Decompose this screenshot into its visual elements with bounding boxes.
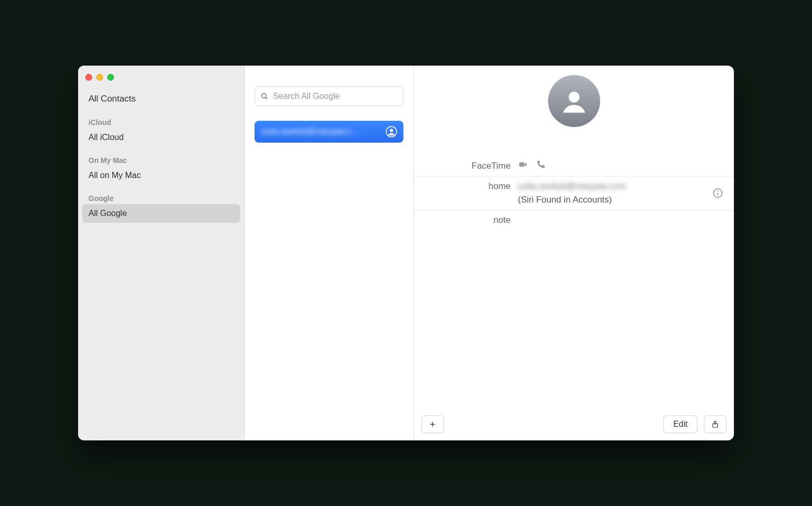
contacts-window: All Contacts iCloud All iCloud On My Mac…: [78, 66, 734, 440]
svg-line-1: [266, 97, 268, 99]
search-field[interactable]: [255, 86, 403, 106]
person-icon: [386, 126, 397, 137]
email-subtext: (Siri Found in Accounts): [518, 193, 708, 207]
video-icon[interactable]: [518, 159, 528, 170]
detail-header: [414, 66, 734, 127]
svg-point-4: [568, 92, 579, 103]
plus-icon: [428, 420, 437, 428]
share-icon: [711, 420, 719, 429]
sidebar-item-all-contacts[interactable]: All Contacts: [82, 89, 240, 109]
info-icon[interactable]: [712, 187, 724, 199]
add-button[interactable]: [421, 415, 444, 433]
search-icon: [260, 92, 269, 100]
email-value[interactable]: yulia.savliuk@macpaw.com: [518, 180, 708, 193]
svg-point-0: [262, 94, 267, 98]
email-label: home: [414, 180, 518, 193]
sidebar-item-all-icloud[interactable]: All iCloud: [82, 128, 240, 147]
sidebar-section-icloud: iCloud: [82, 114, 240, 128]
note-label: note: [414, 213, 518, 227]
detail-info: FaceTime home yulia.s: [414, 156, 734, 230]
minimize-window-button[interactable]: [96, 74, 103, 81]
email-row: home yulia.savliuk@macpaw.com (Siri Foun…: [414, 176, 734, 210]
svg-point-8: [717, 191, 718, 192]
contact-name: yulia.savliuk@macpaw.c…: [261, 127, 380, 136]
sidebar-section-on-my-mac: On My Mac: [82, 152, 240, 166]
close-window-button[interactable]: [85, 74, 92, 81]
search-input[interactable]: [273, 92, 397, 101]
contact-detail-pane: FaceTime home yulia.s: [414, 66, 734, 440]
sidebar-item-all-on-my-mac[interactable]: All on My Mac: [82, 166, 240, 185]
contact-list-pane: yulia.savliuk@macpaw.c…: [245, 66, 414, 440]
edit-button[interactable]: Edit: [663, 415, 697, 433]
maximize-window-button[interactable]: [107, 74, 114, 81]
facetime-row: FaceTime: [414, 156, 734, 176]
svg-rect-5: [519, 162, 525, 167]
person-icon: [559, 85, 590, 117]
contact-list-item[interactable]: yulia.savliuk@macpaw.c…: [255, 121, 403, 143]
sidebar-item-all-google[interactable]: All Google: [82, 204, 240, 223]
note-row: note: [414, 210, 734, 230]
sidebar-section-google: Google: [82, 190, 240, 204]
facetime-label: FaceTime: [414, 159, 518, 173]
svg-point-3: [389, 129, 392, 132]
share-button[interactable]: [704, 415, 727, 433]
detail-footer: Edit: [421, 415, 727, 433]
window-controls: [82, 72, 240, 89]
sidebar: All Contacts iCloud All iCloud On My Mac…: [78, 66, 245, 440]
phone-icon[interactable]: [536, 159, 546, 170]
avatar[interactable]: [548, 75, 600, 127]
